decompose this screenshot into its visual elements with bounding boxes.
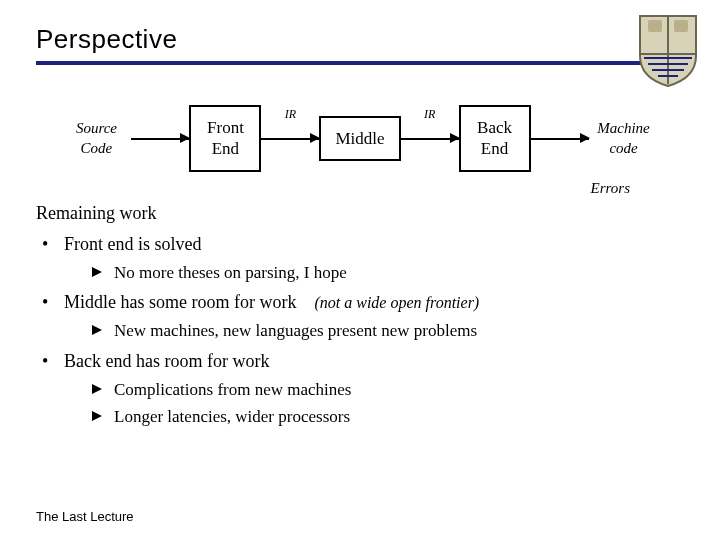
compiler-pipeline-diagram: Source Code Front End IR Middle IR Back …	[36, 105, 684, 172]
text: End	[212, 139, 239, 158]
text: Machine	[597, 118, 649, 138]
front-end-box: Front End	[189, 105, 261, 172]
bullet-item: Back end has room for workComplications …	[40, 348, 684, 430]
sub-list: Complications from new machinesLonger la…	[64, 377, 684, 430]
machine-code-label: Machine code	[589, 118, 659, 159]
arrow	[531, 121, 589, 155]
sub-bullet-item: New machines, new languages present new …	[92, 318, 684, 344]
svg-rect-3	[674, 20, 688, 32]
bullet-text: Front end is solved	[64, 234, 202, 254]
bullet-item: Front end is solvedNo more theses on par…	[40, 231, 684, 286]
footer-text: The Last Lecture	[36, 509, 134, 524]
errors-label: Errors	[591, 180, 630, 197]
title-rule	[36, 61, 684, 65]
text: Code	[81, 138, 113, 158]
svg-rect-2	[648, 20, 662, 32]
text: End	[481, 139, 508, 158]
text: Back	[477, 118, 512, 137]
sub-bullet-item: Longer latencies, wider processors	[92, 404, 684, 430]
text: Middle	[335, 129, 384, 148]
bullet-list: Front end is solvedNo more theses on par…	[36, 231, 684, 430]
arrow	[131, 121, 189, 155]
source-code-label: Source Code	[61, 118, 131, 159]
bullet-text: Back end has room for work	[64, 351, 269, 371]
page-title: Perspective	[36, 24, 684, 55]
sub-list: No more theses on parsing, I hope	[64, 260, 684, 286]
text: code	[609, 138, 637, 158]
sub-bullet-item: Complications from new machines	[92, 377, 684, 403]
text: Front	[207, 118, 244, 137]
sub-list: New machines, new languages present new …	[64, 318, 684, 344]
content-body: Remaining work Front end is solvedNo mor…	[36, 200, 684, 430]
logo-crest	[636, 10, 700, 88]
bullet-item: Middle has some room for work(not a wide…	[40, 289, 684, 344]
text: Source	[76, 118, 117, 138]
arrow-ir2: IR	[401, 121, 459, 155]
bullet-text: Middle has some room for work	[64, 292, 296, 312]
middle-box: Middle	[319, 116, 400, 161]
aside-note: (not a wide open frontier)	[314, 294, 479, 311]
back-end-box: Back End	[459, 105, 531, 172]
sub-bullet-item: No more theses on parsing, I hope	[92, 260, 684, 286]
remaining-work-heading: Remaining work	[36, 200, 684, 227]
arrow-ir1: IR	[261, 121, 319, 155]
ir-label: IR	[424, 107, 435, 122]
ir-label: IR	[285, 107, 296, 122]
